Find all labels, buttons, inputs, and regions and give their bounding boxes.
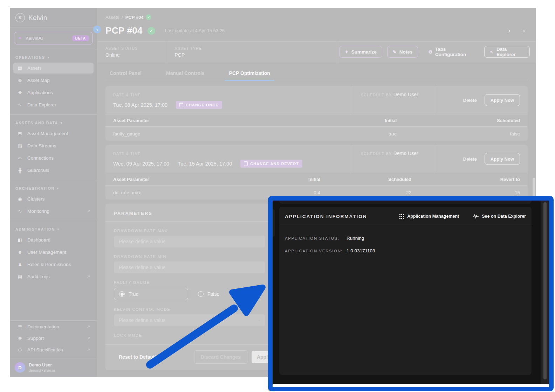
sidebar-item-clusters[interactable]: ◉ Clusters: [13, 194, 94, 204]
user-menu[interactable]: D Demo User demo@kelvin.ai: [10, 358, 97, 377]
sidebar-item-support[interactable]: ☸ Support ↗: [13, 333, 94, 344]
param-initial: true: [284, 131, 397, 136]
schedule-by-value: Demo User: [393, 150, 418, 156]
param-scheduled: 22: [320, 190, 411, 195]
summarize-button[interactable]: ✦ Summarize: [339, 46, 382, 58]
tab-manual-controls[interactable]: Manual Controls: [162, 67, 209, 81]
application-status-value: Running: [347, 236, 364, 241]
sidebar-item-documentation[interactable]: ☰ Documentation ↗: [13, 321, 94, 332]
fence-icon: ╫: [17, 168, 23, 173]
sidebar-item-audit-logs[interactable]: ▤ Audit Logs ↗: [13, 271, 94, 282]
datetime-label: DATE & TIME: [113, 152, 141, 156]
sidebar-item-guardrails[interactable]: ╫ Guardrails: [13, 165, 94, 176]
sidebar-item-dashboard[interactable]: ◧ Dashboard: [13, 234, 94, 245]
application-management-link[interactable]: Application Management: [399, 214, 459, 219]
section-administration[interactable]: ADMINISTRATION ▾: [10, 221, 97, 234]
datetime-label: DATE & TIME: [113, 93, 141, 97]
placeholder: Please define a value: [119, 317, 166, 323]
sidebar-item-assets[interactable]: ▦ Assets: [13, 63, 94, 74]
section-operations[interactable]: OPERATIONS ▾: [10, 49, 97, 62]
radio-false[interactable]: False: [193, 288, 224, 300]
drawdown-rate-max-input[interactable]: Please define a value: [114, 236, 265, 247]
page-header: PCP #04 ✓ Last update at 4 Apr 15:53:25 …: [97, 20, 536, 36]
application-version-value: 1.0.03171103: [347, 248, 375, 253]
divider: [10, 320, 97, 321]
chevron-down-icon: ▾: [57, 227, 60, 231]
cropped-panel-edge: [273, 209, 275, 237]
external-link-icon: ↗: [87, 324, 90, 329]
sidebar-item-data-explorer[interactable]: ∿ Data Explorer: [13, 99, 94, 110]
schedule-datetime: Tue, 08 Apr 2025, 17:00: [113, 102, 167, 108]
section-orchestration[interactable]: ORCHESTRATION ▾: [10, 180, 97, 193]
delete-button[interactable]: Delete: [463, 98, 477, 103]
calendar-icon: [244, 161, 248, 166]
chevron-down-icon: ▾: [61, 121, 63, 125]
section-assets-and-data[interactable]: ASSETS AND DATA ▾: [10, 115, 97, 127]
external-link-icon: ↗: [87, 209, 90, 214]
discard-changes-button[interactable]: Discard Changes: [194, 350, 247, 364]
data-explorer-button[interactable]: ∿ Data Explorer: [484, 46, 530, 58]
popup-screenshot: APPLICATION INFORMATION Application Mana…: [273, 201, 549, 384]
schedule-card-change-revert: DATE & TIME Wed, 09 Apr 2025, 17:00 Tue,…: [105, 145, 528, 200]
schedule-by-label: SCHEDULE BY: [361, 152, 392, 156]
sidebar-item-connections[interactable]: ∞ Connections: [13, 153, 94, 163]
prev-asset-button[interactable]: ‹: [508, 28, 510, 34]
sidebar: K Kelvin ‹ ✦ KelvinAI BETA OPERATIONS ▾ …: [10, 8, 97, 377]
cropped-panel-edge: [279, 201, 532, 204]
nodes-icon: ◉: [17, 196, 23, 202]
param-initial: 0.4: [215, 190, 320, 195]
ai-sparkles-icon: ✦: [18, 35, 22, 41]
api-icon: ⊙: [17, 347, 23, 352]
sidebar-item-asset-map[interactable]: ⊕ Asset Map: [13, 75, 94, 86]
delete-button[interactable]: Delete: [463, 156, 477, 162]
sidebar-item-user-management[interactable]: ☻ User Management: [13, 247, 94, 258]
notes-button[interactable]: ✎ Notes: [387, 46, 418, 58]
sidebar-item-monitoring[interactable]: ∿ Monitoring ↗: [13, 206, 94, 217]
radio-true[interactable]: True: [114, 288, 188, 300]
param-revert: 15: [411, 190, 520, 195]
brand-name: Kelvin: [28, 14, 47, 22]
asset-status-label: ASSET STATUS: [105, 46, 157, 50]
chevron-down-icon: ▾: [57, 187, 59, 190]
sidebar-collapse-button[interactable]: ‹: [93, 26, 101, 33]
asset-type-label: ASSET TYPE: [174, 46, 330, 50]
change-once-badge: CHANGE ONCE: [176, 101, 222, 109]
tab-control-panel[interactable]: Control Panel: [105, 67, 146, 81]
asset-type-value: PCP: [174, 52, 330, 58]
faulty-gauge-radio-group: True False: [114, 288, 265, 300]
grid-icon: [399, 214, 404, 219]
external-link-icon: ↗: [87, 274, 90, 279]
user-gear-icon: ♟: [17, 262, 23, 267]
breadcrumb-assets[interactable]: Assets: [105, 15, 119, 20]
popup-scrollbar-track[interactable]: [541, 201, 549, 384]
kelvin-control-mode-select[interactable]: Please define a value ▾: [114, 314, 265, 326]
see-on-data-explorer-link[interactable]: See on Data Explorer: [473, 214, 526, 219]
sidebar-item-applications[interactable]: ❖ Applications: [13, 87, 94, 98]
reset-to-default-button[interactable]: Reset to Default: [119, 354, 156, 360]
chevron-down-icon: ▾: [48, 56, 50, 59]
external-link-icon: ↗: [87, 336, 90, 341]
popup-scrollbar-thumb[interactable]: [543, 202, 547, 379]
waveform-icon: ∿: [490, 49, 494, 55]
sidebar-item-api-specification[interactable]: ⊙ API Specification ↗: [13, 344, 94, 355]
placeholder: Please define a value: [119, 239, 166, 244]
puzzle-icon: ⊞: [17, 131, 23, 136]
param-name: dd_rate_max: [113, 190, 215, 195]
lifering-icon: ☸: [17, 336, 23, 341]
tab-pcp-optimization[interactable]: PCP Optimization: [225, 67, 274, 81]
line-chart-icon: ∿: [17, 209, 23, 214]
kelvinai-button[interactable]: ✦ KelvinAI BETA: [14, 32, 93, 44]
apply-now-button[interactable]: Apply Now: [485, 153, 520, 165]
sidebar-item-asset-management[interactable]: ⊞ Asset Management: [13, 128, 94, 139]
next-asset-button[interactable]: ›: [523, 28, 525, 34]
dashboard-icon: ◧: [17, 237, 23, 243]
schedule-by-label: SCHEDULE BY: [361, 93, 392, 97]
bar-chart-icon: ▥: [17, 143, 23, 148]
sidebar-item-roles-permissions[interactable]: ♟ Roles & Permissions: [13, 259, 94, 270]
page-title: PCP #04: [105, 25, 143, 36]
brand-logo[interactable]: K Kelvin: [10, 8, 97, 27]
drawdown-rate-min-input[interactable]: Please define a value: [114, 261, 265, 273]
apply-now-button[interactable]: Apply Now: [485, 94, 520, 106]
tabs-configuration-button[interactable]: ⚙ Tabs Configuration: [423, 46, 479, 58]
sidebar-item-data-streams[interactable]: ▥ Data Streams: [13, 140, 94, 151]
